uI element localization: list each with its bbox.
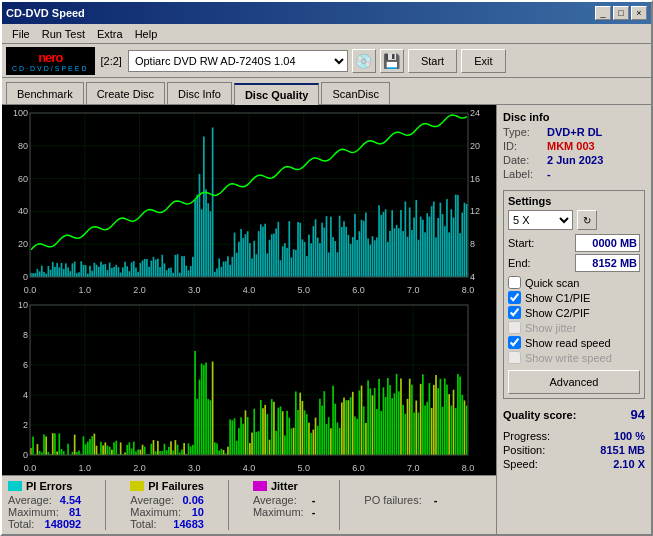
chart1-canvas — [2, 105, 496, 297]
show-c1pie-label: Show C1/PIE — [525, 292, 590, 304]
legend-pi-errors-title: PI Errors — [8, 480, 81, 492]
pi-failures-color — [130, 481, 144, 491]
pi-failures-total-row: Total: 14683 — [130, 518, 204, 530]
save-button[interactable]: 💾 — [380, 49, 404, 73]
logo-text-nero: nero — [38, 50, 62, 65]
settings-title: Settings — [508, 195, 640, 207]
legend-divider-3 — [339, 480, 340, 530]
pi-errors-color — [8, 481, 22, 491]
show-jitter-label: Show jitter — [525, 322, 576, 334]
speed-row: 5 X Maximum 1 X 2 X 4 X 8 X ↻ — [508, 210, 640, 230]
show-write-speed-checkbox[interactable] — [508, 351, 521, 364]
title-text: CD-DVD Speed — [6, 7, 85, 19]
legend-pi-failures: PI Failures Average: 0.06 Maximum: 10 To… — [130, 480, 204, 530]
disc-id-row: ID: MKM 003 — [503, 140, 645, 152]
pi-errors-total-row: Total: 148092 — [8, 518, 81, 530]
jitter-label: Jitter — [271, 480, 298, 492]
speed-select[interactable]: 5 X Maximum 1 X 2 X 4 X 8 X — [508, 210, 573, 230]
exit-button[interactable]: Exit — [461, 49, 505, 73]
progress-section: Progress: 100 % Position: 8151 MB Speed:… — [503, 430, 645, 472]
title-bar: CD-DVD Speed _ □ × — [2, 2, 651, 24]
main-window: CD-DVD Speed _ □ × File Run Test Extra H… — [0, 0, 653, 536]
tab-create-disc[interactable]: Create Disc — [86, 82, 165, 104]
show-c2pif-label: Show C2/PIF — [525, 307, 590, 319]
close-button[interactable]: × — [631, 6, 647, 20]
tab-scan-disc[interactable]: ScanDisc — [321, 82, 389, 104]
legend-jitter-title: Jitter — [253, 480, 315, 492]
legend-pi-failures-title: PI Failures — [130, 480, 204, 492]
jitter-avg-row: Average: - — [253, 494, 315, 506]
charts-section: PI Errors Average: 4.54 Maximum: 81 Tota… — [2, 105, 496, 534]
legend-divider-1 — [105, 480, 106, 530]
right-panel: Disc info Type: DVD+R DL ID: MKM 003 Dat… — [496, 105, 651, 534]
pi-failures-max-row: Maximum: 10 — [130, 506, 204, 518]
legend-po-failures: PO failures: - — [364, 480, 437, 530]
disc-info-title: Disc info — [503, 111, 645, 123]
tab-disc-info[interactable]: Disc Info — [167, 82, 232, 104]
pi-failures-label: PI Failures — [148, 480, 204, 492]
drive-select[interactable]: Optiarc DVD RW AD-7240S 1.04 — [128, 50, 348, 72]
disc-icon-button[interactable]: 💿 — [352, 49, 376, 73]
start-button[interactable]: Start — [408, 49, 457, 73]
pi-errors-avg-row: Average: 4.54 — [8, 494, 81, 506]
charts-canvas-area — [2, 105, 496, 475]
drive-label: [2:2] — [99, 55, 124, 67]
show-c2pif-row: Show C2/PIF — [508, 306, 640, 319]
menu-extra[interactable]: Extra — [91, 26, 129, 42]
title-controls: _ □ × — [595, 6, 647, 20]
show-write-speed-row: Show write speed — [508, 351, 640, 364]
menu-help[interactable]: Help — [129, 26, 164, 42]
pi-errors-label: PI Errors — [26, 480, 72, 492]
show-c1pie-checkbox[interactable] — [508, 291, 521, 304]
menu-bar: File Run Test Extra Help — [2, 24, 651, 44]
pi-errors-max-row: Maximum: 81 — [8, 506, 81, 518]
pi-failures-avg-row: Average: 0.06 — [130, 494, 204, 506]
tab-disc-quality[interactable]: Disc Quality — [234, 83, 320, 105]
end-input[interactable] — [575, 254, 640, 272]
quick-scan-label: Quick scan — [525, 277, 579, 289]
start-input[interactable] — [575, 234, 640, 252]
position-row: Position: 8151 MB — [503, 444, 645, 456]
show-c1pie-row: Show C1/PIE — [508, 291, 640, 304]
toolbar: nero CD·DVD/SPEED [2:2] Optiarc DVD RW A… — [2, 44, 651, 78]
disc-type-row: Type: DVD+R DL — [503, 126, 645, 138]
show-write-speed-label: Show write speed — [525, 352, 612, 364]
quality-score-row: Quality score: 94 — [503, 407, 645, 422]
show-read-speed-label: Show read speed — [525, 337, 611, 349]
legend-divider-2 — [228, 480, 229, 530]
show-c2pif-checkbox[interactable] — [508, 306, 521, 319]
menu-file[interactable]: File — [6, 26, 36, 42]
logo-text-subtitle: CD·DVD/SPEED — [12, 65, 89, 72]
disc-label-row: Label: - — [503, 168, 645, 180]
advanced-button[interactable]: Advanced — [508, 370, 640, 394]
minimize-button[interactable]: _ — [595, 6, 611, 20]
legend-area: PI Errors Average: 4.54 Maximum: 81 Tota… — [2, 475, 496, 534]
start-row: Start: — [508, 234, 640, 252]
menu-run-test[interactable]: Run Test — [36, 26, 91, 42]
legend-pi-errors: PI Errors Average: 4.54 Maximum: 81 Tota… — [8, 480, 81, 530]
show-read-speed-checkbox[interactable] — [508, 336, 521, 349]
disc-date-row: Date: 2 Jun 2023 — [503, 154, 645, 166]
chart2-canvas — [2, 297, 496, 475]
quick-scan-row: Quick scan — [508, 276, 640, 289]
po-failures-row: PO failures: - — [364, 494, 437, 506]
main-content: PI Errors Average: 4.54 Maximum: 81 Tota… — [2, 105, 651, 534]
logo: nero CD·DVD/SPEED — [6, 47, 95, 75]
disc-info-section: Disc info Type: DVD+R DL ID: MKM 003 Dat… — [503, 111, 645, 182]
progress-row: Progress: 100 % — [503, 430, 645, 442]
speed-row: Speed: 2.10 X — [503, 458, 645, 470]
show-read-speed-row: Show read speed — [508, 336, 640, 349]
tab-benchmark[interactable]: Benchmark — [6, 82, 84, 104]
end-row: End: — [508, 254, 640, 272]
maximize-button[interactable]: □ — [613, 6, 629, 20]
show-jitter-checkbox[interactable] — [508, 321, 521, 334]
legend-jitter: Jitter Average: - Maximum: - — [253, 480, 315, 530]
jitter-color — [253, 481, 267, 491]
show-jitter-row: Show jitter — [508, 321, 640, 334]
tab-bar: Benchmark Create Disc Disc Info Disc Qua… — [2, 78, 651, 105]
speed-refresh-button[interactable]: ↻ — [577, 210, 597, 230]
jitter-max-row: Maximum: - — [253, 506, 315, 518]
settings-section: Settings 5 X Maximum 1 X 2 X 4 X 8 X ↻ S… — [503, 190, 645, 399]
quick-scan-checkbox[interactable] — [508, 276, 521, 289]
